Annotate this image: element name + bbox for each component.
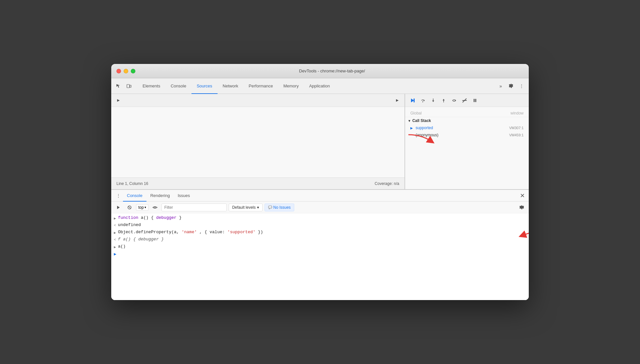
call-stack-function-name: supported bbox=[416, 126, 433, 130]
source-editor-area bbox=[111, 107, 404, 177]
console-line-content: function a() { debugger } bbox=[118, 215, 182, 220]
console-filter-input[interactable] bbox=[161, 204, 227, 211]
svg-point-21 bbox=[154, 206, 156, 208]
tab-issues[interactable]: Issues bbox=[174, 190, 194, 202]
step-over-button[interactable] bbox=[418, 96, 427, 105]
resume-button[interactable] bbox=[408, 96, 417, 105]
svg-rect-1 bbox=[130, 85, 131, 87]
console-line-content: undefined bbox=[118, 222, 141, 227]
svg-marker-2 bbox=[117, 99, 120, 102]
close-button[interactable] bbox=[116, 69, 121, 73]
tab-console[interactable]: Console bbox=[165, 78, 191, 94]
svg-marker-6 bbox=[424, 99, 425, 101]
tab-memory[interactable]: Memory bbox=[278, 78, 304, 94]
svg-rect-0 bbox=[127, 84, 130, 88]
console-levels-button[interactable]: Default levels ▾ bbox=[229, 204, 263, 211]
svg-rect-5 bbox=[414, 99, 415, 102]
call-stack-location: VM307:1 bbox=[509, 126, 524, 130]
minimize-button[interactable] bbox=[124, 69, 128, 73]
console-line-content: f a() { debugger } bbox=[118, 237, 164, 242]
tab-console-bottom[interactable]: Console bbox=[123, 190, 146, 202]
console-toolbar: top ▾ Default levels bbox=[111, 202, 529, 213]
debug-toolbar bbox=[405, 94, 529, 107]
expand-arrow[interactable]: ▶ bbox=[114, 231, 116, 235]
tabbar-right-icons: » ⋮ bbox=[496, 82, 526, 91]
execute-context-button[interactable] bbox=[114, 203, 123, 212]
svg-rect-15 bbox=[474, 99, 475, 102]
call-stack-title: Call Stack bbox=[412, 118, 431, 123]
chat-icon: 💬 bbox=[268, 205, 272, 209]
call-stack-arrow: ▼ bbox=[408, 119, 411, 123]
clear-console-button[interactable] bbox=[125, 203, 134, 212]
svg-marker-12 bbox=[455, 99, 456, 101]
active-frame-indicator: ▶ bbox=[410, 126, 413, 130]
tab-elements[interactable]: Elements bbox=[137, 78, 165, 94]
output-arrow: < bbox=[114, 238, 116, 242]
close-console-button[interactable]: ✕ bbox=[519, 191, 526, 201]
context-selector[interactable]: top ▾ bbox=[136, 204, 148, 211]
sources-right-button[interactable] bbox=[393, 96, 402, 105]
main-tabbar: Elements Console Sources Network Perform… bbox=[111, 78, 529, 94]
deactivate-breakpoints-button[interactable] bbox=[460, 96, 469, 105]
console-line-content: Object.defineProperty(a, 'name' , { valu… bbox=[118, 230, 263, 235]
prompt-icon: ▶ bbox=[114, 251, 116, 257]
svg-marker-3 bbox=[396, 99, 399, 102]
svg-rect-16 bbox=[475, 99, 476, 102]
settings-button[interactable] bbox=[507, 82, 516, 91]
console-line: ▶ function a() { debugger } bbox=[111, 215, 529, 222]
call-stack-panel: Global window ▼ Call Stack ▶ supported bbox=[405, 107, 529, 189]
console-tabbar: ⋮ Console Rendering Issues ✕ bbox=[111, 190, 529, 202]
coverage-status: Coverage: n/a bbox=[375, 181, 399, 186]
tabbar-left-icons bbox=[114, 82, 133, 91]
step-into-button[interactable] bbox=[429, 96, 438, 105]
inspect-element-button[interactable] bbox=[114, 82, 123, 91]
chevron-down-icon: ▾ bbox=[145, 205, 146, 209]
global-label: Global bbox=[410, 111, 422, 115]
step-button[interactable] bbox=[450, 96, 459, 105]
window-title: DevTools - chrome://new-tab-page/ bbox=[141, 68, 524, 73]
live-expressions-button[interactable] bbox=[150, 203, 160, 212]
more-options-button[interactable]: ⋮ bbox=[517, 82, 526, 91]
console-output: ▶ function a() { debugger } < undefined bbox=[111, 213, 529, 300]
device-toggle-button[interactable] bbox=[124, 82, 133, 91]
svg-marker-4 bbox=[411, 99, 414, 102]
open-file-panel-button[interactable] bbox=[114, 96, 123, 105]
tab-network[interactable]: Network bbox=[218, 78, 244, 94]
call-stack-item[interactable]: ▶ supported VM307:1 bbox=[405, 124, 529, 131]
call-stack-item[interactable]: (anonymous) VM459:1 bbox=[405, 131, 529, 139]
output-arrow: < bbox=[114, 223, 116, 227]
maximize-button[interactable] bbox=[131, 69, 135, 73]
step-out-button[interactable] bbox=[439, 96, 448, 105]
call-stack-partial-row: Global window bbox=[405, 110, 529, 117]
traffic-lights bbox=[116, 69, 135, 73]
pause-on-exceptions-button[interactable] bbox=[470, 96, 480, 105]
console-more-options-button[interactable]: ⋮ bbox=[114, 191, 123, 200]
console-input-line[interactable]: ▶ bbox=[111, 250, 529, 258]
console-panel: ⋮ Console Rendering Issues ✕ bbox=[111, 189, 529, 300]
tab-rendering[interactable]: Rendering bbox=[146, 190, 174, 202]
svg-marker-9 bbox=[432, 100, 434, 102]
call-stack-header[interactable]: ▼ Call Stack bbox=[405, 117, 529, 124]
svg-marker-11 bbox=[443, 99, 445, 100]
sources-toolbar bbox=[111, 94, 404, 107]
cursor-position: Line 1, Column 16 bbox=[116, 181, 148, 186]
console-settings-button[interactable] bbox=[517, 203, 526, 212]
svg-line-20 bbox=[129, 206, 130, 208]
window-label: window bbox=[510, 111, 524, 115]
console-line: < f a() { debugger } bbox=[111, 236, 529, 243]
tab-sources[interactable]: Sources bbox=[191, 78, 218, 94]
status-bar: Line 1, Column 16 Coverage: n/a bbox=[111, 177, 404, 189]
tab-application[interactable]: Application bbox=[304, 78, 335, 94]
console-line-content: a() bbox=[118, 244, 126, 249]
tab-performance[interactable]: Performance bbox=[243, 78, 278, 94]
more-tabs-button[interactable]: » bbox=[496, 82, 505, 91]
expand-arrow[interactable]: ▶ bbox=[114, 245, 116, 249]
no-issues-button[interactable]: 💬 No Issues bbox=[265, 204, 294, 211]
console-line: ▶ a() bbox=[111, 243, 529, 250]
svg-marker-18 bbox=[117, 206, 120, 209]
svg-rect-14 bbox=[462, 100, 467, 101]
context-label: top bbox=[138, 205, 144, 210]
expand-arrow[interactable]: ▶ bbox=[114, 216, 116, 220]
console-line: ▶ Object.defineProperty(a, 'name' , { va… bbox=[111, 229, 529, 236]
chevron-down-icon: ▾ bbox=[257, 205, 259, 210]
